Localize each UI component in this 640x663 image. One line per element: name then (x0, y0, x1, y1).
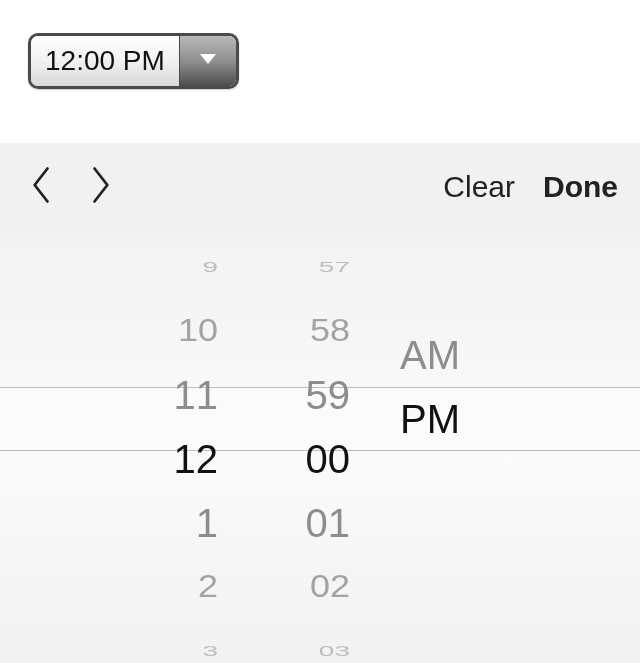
minute-option[interactable]: 01 (260, 491, 380, 555)
next-button[interactable] (80, 159, 120, 215)
hour-option[interactable]: 3 (128, 633, 248, 663)
hour-option[interactable]: 1 (128, 491, 248, 555)
hour-option-selected[interactable]: 12 (128, 427, 248, 491)
period-option-selected[interactable]: PM (392, 387, 512, 451)
clear-button[interactable]: Clear (443, 170, 515, 204)
minute-option[interactable]: 57 (260, 249, 380, 284)
period-wheel[interactable]: AM PM (392, 231, 512, 663)
hour-option[interactable]: 11 (128, 363, 248, 427)
minute-option[interactable]: 59 (260, 363, 380, 427)
time-field-value: 12:00 PM (31, 36, 180, 86)
hour-option[interactable]: 10 (128, 304, 248, 358)
hour-option[interactable]: 2 (128, 560, 248, 614)
time-picker: 8 9 10 11 12 1 2 3 56 57 58 59 00 01 02 … (0, 231, 640, 663)
caret-down-icon (196, 47, 220, 75)
time-field-dropdown-button[interactable] (180, 36, 236, 86)
minute-option[interactable]: 58 (260, 304, 380, 358)
prev-button[interactable] (22, 159, 62, 215)
done-button[interactable]: Done (543, 170, 618, 204)
time-field[interactable]: 12:00 PM (28, 33, 239, 89)
picker-toolbar: Clear Done (0, 143, 640, 231)
hour-wheel[interactable]: 8 9 10 11 12 1 2 3 (128, 231, 248, 663)
chevron-right-icon (89, 166, 111, 208)
chevron-left-icon (31, 166, 53, 208)
hour-option[interactable]: 9 (128, 249, 248, 284)
minute-option[interactable]: 03 (260, 633, 380, 663)
minute-option[interactable]: 02 (260, 560, 380, 614)
period-option[interactable]: AM (392, 323, 512, 387)
minute-wheel[interactable]: 56 57 58 59 00 01 02 03 (260, 231, 380, 663)
minute-option-selected[interactable]: 00 (260, 427, 380, 491)
